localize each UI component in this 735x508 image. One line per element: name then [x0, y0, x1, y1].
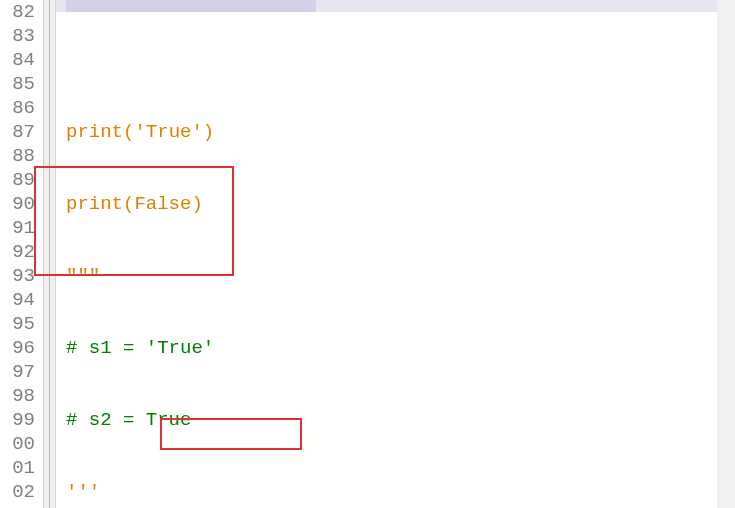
line-number: 82 [0, 0, 35, 24]
annotation-box-1 [34, 166, 234, 276]
code-line[interactable]: print(False) [66, 192, 735, 216]
code-line[interactable]: print('True') [66, 120, 735, 144]
line-number: 95 [0, 312, 35, 336]
line-number: 86 [0, 96, 35, 120]
line-number: 90 [0, 192, 35, 216]
line-number: 02 [0, 480, 35, 504]
code-line[interactable]: # s2 = True [66, 408, 735, 432]
line-number: 98 [0, 384, 35, 408]
line-number: 94 [0, 288, 35, 312]
code-area[interactable]: print('True') print(False) """ # s1 = 'T… [56, 0, 735, 508]
line-number: 99 [0, 408, 35, 432]
line-number: 91 [0, 216, 35, 240]
line-number: 89 [0, 168, 35, 192]
code-line[interactable]: # s1 = 'True' [66, 336, 735, 360]
line-number: 84 [0, 48, 35, 72]
code-line[interactable] [66, 48, 735, 72]
fold-bar [44, 0, 56, 508]
line-number: 00 [0, 432, 35, 456]
line-number: 01 [0, 456, 35, 480]
line-number: 96 [0, 336, 35, 360]
line-number: 85 [0, 72, 35, 96]
code-line[interactable]: ''' [66, 480, 735, 504]
line-number: 93 [0, 264, 35, 288]
line-number: 83 [0, 24, 35, 48]
scrollbar-track[interactable] [717, 0, 735, 508]
code-line[interactable]: """ [66, 264, 735, 288]
line-number: 88 [0, 144, 35, 168]
code-editor[interactable]: 82 83 84 85 86 87 88 89 90 91 92 93 94 9… [0, 0, 735, 508]
line-number: 87 [0, 120, 35, 144]
line-number: 92 [0, 240, 35, 264]
line-number-gutter: 82 83 84 85 86 87 88 89 90 91 92 93 94 9… [0, 0, 44, 508]
line-number: 97 [0, 360, 35, 384]
